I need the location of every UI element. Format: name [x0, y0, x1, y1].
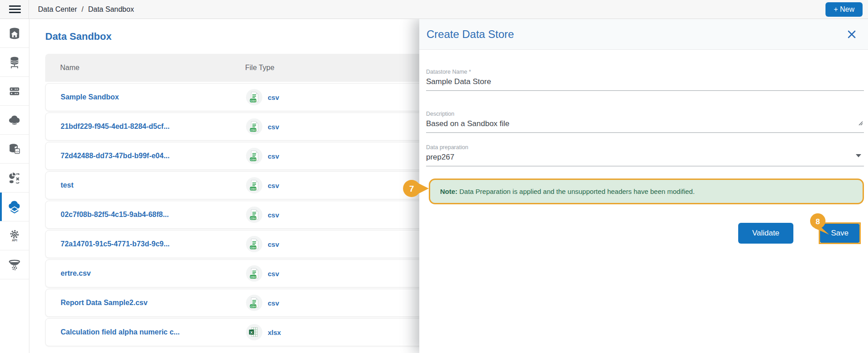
database-code-icon: </>: [8, 142, 21, 156]
file-type-label: csv: [268, 240, 279, 248]
data-preparation-field[interactable]: Data preparation prep267: [426, 144, 864, 166]
file-name-link[interactable]: Sample Sandbox: [61, 93, 119, 101]
datastore-name-input[interactable]: Sample Data Store: [426, 77, 864, 91]
file-type-label: csv: [268, 299, 279, 307]
file-type-label: csv: [268, 182, 279, 189]
hamburger-menu-icon[interactable]: [9, 5, 21, 13]
file-type-cell: csv: [246, 118, 279, 135]
database-network-icon: [8, 56, 21, 69]
file-type-cell: csv: [246, 206, 279, 223]
chevron-down-icon[interactable]: [856, 154, 861, 157]
drawer-body: Datastore Name * Sample Data Store Descr…: [419, 50, 868, 353]
file-type-cell: csv: [246, 177, 279, 194]
gear-api-icon: API: [8, 229, 21, 243]
datastore-name-label: Datastore Name *: [426, 69, 864, 75]
file-type-label: csv: [268, 270, 279, 278]
annotation-step-8-badge: 8: [808, 213, 832, 239]
svg-text:8: 8: [816, 217, 820, 226]
file-name-link[interactable]: ertre.csv: [61, 269, 91, 277]
pie-transform-icon: [8, 171, 21, 185]
cloud-layers-icon: [7, 200, 22, 214]
file-name-link[interactable]: 21bdf229-f945-4ed1-8284-d5cf...: [61, 122, 170, 130]
drawer-title: Create Data Store: [427, 28, 514, 41]
sidebar-item-data-center-home[interactable]: [0, 19, 29, 48]
data-preparation-select[interactable]: prep267: [426, 153, 864, 166]
sidebar-item-cloud-data[interactable]: [0, 106, 29, 135]
file-type-cell: csv: [246, 235, 279, 253]
annotation-step-7-badge: 7: [403, 179, 431, 199]
database-home-icon: [8, 27, 21, 40]
file-type-label: csv: [268, 152, 279, 160]
csv-file-icon: [246, 294, 263, 311]
file-type-cell: csv: [246, 294, 279, 311]
file-name-link[interactable]: 72d42488-dd73-47bd-b99f-e04...: [61, 152, 170, 160]
file-type-label: csv: [268, 211, 279, 219]
column-header-file-type: File Type: [245, 64, 275, 72]
file-type-cell: xlsx: [246, 324, 281, 341]
create-data-store-drawer: Create Data Store Datastore Name * Sampl…: [419, 19, 868, 353]
svg-text:</>: </>: [15, 150, 19, 152]
description-label: Description: [426, 111, 864, 117]
note-row: 7 Note: Data Preparation is applied and …: [429, 179, 864, 204]
file-name-link[interactable]: test: [61, 181, 73, 189]
save-button-highlight: 8 Save: [819, 222, 861, 244]
sidebar-item-data-connections[interactable]: [0, 48, 29, 77]
sidebar: </> API: [0, 19, 29, 353]
csv-file-icon: [246, 118, 263, 135]
sidebar-item-servers[interactable]: [0, 77, 29, 106]
sidebar-item-dataset-code[interactable]: </>: [0, 135, 29, 164]
file-type-label: csv: [268, 123, 279, 131]
column-header-name: Name: [45, 64, 245, 72]
svg-text:API: API: [12, 239, 17, 242]
note-message: Data Preparation is applied and the unsu…: [457, 188, 695, 195]
file-type-cell: csv: [246, 265, 279, 282]
csv-file-icon: [246, 265, 263, 282]
funnel-gear-icon: [8, 258, 21, 272]
datastore-name-field[interactable]: Datastore Name * Sample Data Store: [426, 69, 864, 91]
validate-button[interactable]: Validate: [738, 223, 793, 244]
csv-file-icon: [246, 147, 263, 165]
description-field[interactable]: Description Based on a Sandbox file: [426, 111, 864, 133]
cloud-database-icon: [8, 113, 21, 127]
breadcrumb-data-sandbox: Data Sandbox: [88, 5, 134, 14]
sidebar-item-api-settings[interactable]: API: [0, 221, 29, 250]
csv-file-icon: [246, 235, 263, 253]
sidebar-item-data-filter[interactable]: [0, 250, 29, 279]
topbar-divider: [28, 0, 29, 19]
top-bar: Data Center / Data Sandbox + New: [0, 0, 868, 19]
note-prefix: Note:: [440, 188, 457, 195]
breadcrumb-data-center[interactable]: Data Center: [38, 5, 77, 14]
textarea-resize-grip-icon[interactable]: [858, 119, 863, 127]
drawer-header: Create Data Store: [419, 19, 868, 50]
note-banner: Note: Data Preparation is applied and th…: [429, 179, 864, 204]
data-preparation-label: Data preparation: [426, 144, 864, 151]
sidebar-item-data-transform[interactable]: [0, 164, 29, 193]
xlsx-file-icon: [246, 324, 263, 341]
breadcrumb: Data Center / Data Sandbox: [38, 5, 134, 14]
drawer-actions: Validate 8 Save: [426, 222, 861, 244]
file-type-cell: csv: [246, 147, 279, 165]
file-type-label: csv: [268, 94, 279, 101]
close-icon[interactable]: [847, 30, 856, 39]
file-type-label: xlsx: [268, 329, 281, 336]
csv-file-icon: [246, 89, 263, 106]
file-name-link[interactable]: 72a14701-91c5-4771-b73d-9c9...: [61, 240, 170, 248]
svg-text:7: 7: [409, 184, 414, 193]
file-name-link[interactable]: 02c7f08b-82f5-4c15-9ab4-68f8...: [61, 211, 169, 218]
sidebar-item-data-sandbox[interactable]: [0, 193, 29, 221]
file-name-link[interactable]: Report Data Sample2.csv: [61, 299, 147, 306]
csv-file-icon: [246, 177, 263, 194]
servers-icon: [8, 85, 21, 98]
description-input[interactable]: Based on a Sandbox file: [426, 119, 864, 133]
breadcrumb-separator: /: [81, 5, 83, 14]
new-button[interactable]: + New: [825, 2, 863, 17]
csv-file-icon: [246, 206, 263, 223]
file-type-cell: csv: [246, 89, 279, 106]
file-name-link[interactable]: Calculation field alpha numeric c...: [61, 328, 180, 336]
